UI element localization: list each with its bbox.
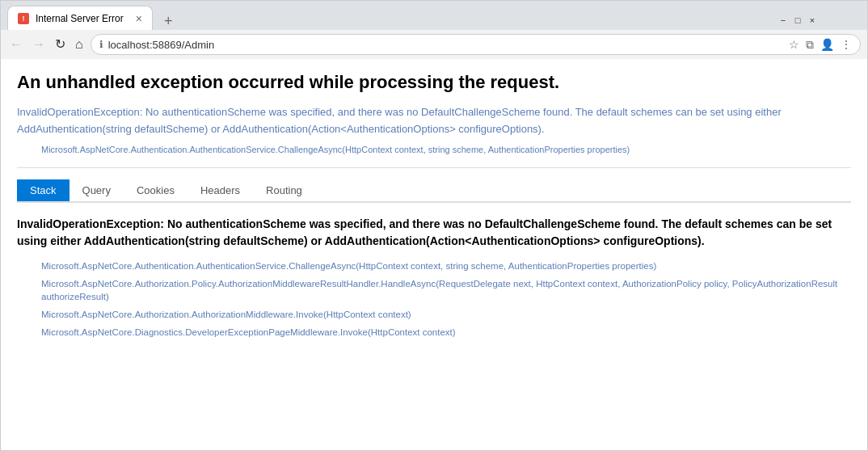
divider — [17, 167, 851, 168]
url-text: localhost:58869/Admin — [108, 39, 215, 51]
address-icons: ☆ ⧉ 👤 ⋮ — [789, 38, 852, 52]
profile-icon[interactable]: 👤 — [820, 38, 834, 51]
extensions-icon[interactable]: ⧉ — [806, 38, 814, 52]
browser-window: ! Internal Server Error × + − □ × ← → ↻ … — [0, 0, 868, 451]
restore-button[interactable]: □ — [791, 14, 804, 27]
back-button[interactable]: ← — [7, 38, 25, 51]
address-bar-row: ← → ↻ ⌂ ℹ localhost:58869/Admin ☆ ⧉ 👤 ⋮ — [1, 30, 867, 59]
stack-line-3: Microsoft.AspNetCore.Authorization.Autho… — [41, 308, 851, 321]
browser-tab[interactable]: ! Internal Server Error × — [7, 6, 153, 30]
tab-stack[interactable]: Stack — [17, 179, 70, 201]
forward-button[interactable]: → — [30, 38, 48, 51]
minimize-button[interactable]: − — [777, 14, 790, 27]
address-bar[interactable]: ℹ localhost:58869/Admin ☆ ⧉ 👤 ⋮ — [91, 34, 861, 55]
tab-cookies[interactable]: Cookies — [124, 179, 188, 201]
star-icon[interactable]: ☆ — [789, 38, 799, 51]
stack-line-4: Microsoft.AspNetCore.Diagnostics.Develop… — [41, 326, 851, 339]
tab-query[interactable]: Query — [70, 179, 124, 201]
refresh-button[interactable]: ↻ — [53, 38, 68, 51]
page-main-heading: An unhandled exception occurred while pr… — [17, 72, 851, 93]
stack-trace-summary: Microsoft.AspNetCore.Authentication.Auth… — [17, 145, 851, 154]
new-tab-button[interactable]: + — [159, 13, 178, 30]
page-content: An unhandled exception occurred while pr… — [1, 59, 867, 450]
stack-line-1: Microsoft.AspNetCore.Authentication.Auth… — [41, 259, 851, 272]
lock-icon: ℹ — [99, 39, 103, 50]
close-button[interactable]: × — [806, 14, 819, 27]
tab-routing[interactable]: Routing — [253, 179, 315, 201]
home-button[interactable]: ⌂ — [73, 38, 86, 51]
error-detail-heading: InvalidOperationException: No authentica… — [17, 216, 851, 250]
stack-lines-container: Microsoft.AspNetCore.Authentication.Auth… — [17, 259, 851, 339]
tab-close-button[interactable]: × — [136, 13, 142, 24]
stack-line-2: Microsoft.AspNetCore.Authorization.Polic… — [41, 277, 851, 303]
menu-icon[interactable]: ⋮ — [841, 38, 852, 51]
tab-title: Internal Server Error — [36, 13, 124, 24]
tab-headers[interactable]: Headers — [188, 179, 253, 201]
tab-favicon: ! — [18, 13, 29, 24]
tabs-navigation: Stack Query Cookies Headers Routing — [17, 179, 851, 203]
error-summary-text: InvalidOperationException: No authentica… — [17, 104, 851, 138]
